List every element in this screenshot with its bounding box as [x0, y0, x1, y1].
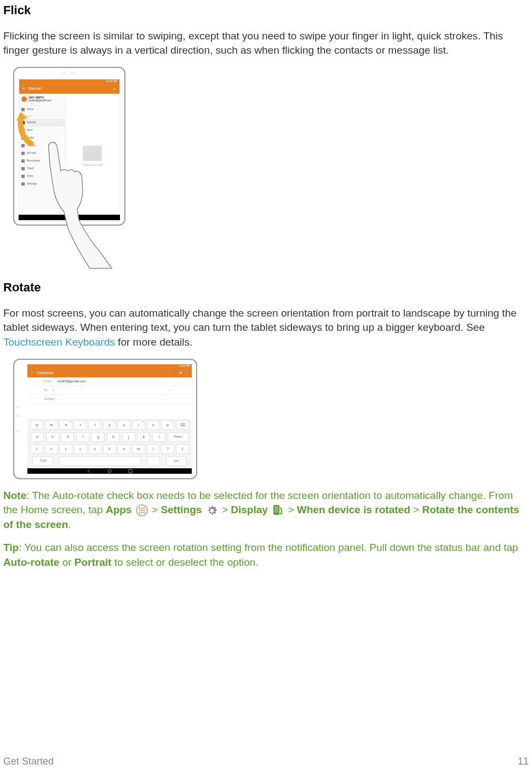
- key-row-1: 1q 2w 3e 4r 5t 6y 7u 8i 9o 0p ⌫: [27, 419, 192, 431]
- footer-page-number: 11: [518, 755, 529, 768]
- key: 6y: [103, 420, 116, 430]
- flick-heading: Flick: [3, 2, 529, 19]
- search-icon: ⌕: [113, 85, 116, 91]
- touchscreen-keyboards-link[interactable]: Touchscreen Keyboards: [3, 336, 115, 348]
- tablet-device-landscape: ○○○ 4:23 PM ← Compose 📎 ➤ ⋮ From xcs403@…: [13, 359, 197, 479]
- svg-point-10: [141, 512, 142, 514]
- key: 2w: [45, 420, 58, 430]
- tablet-camera-row: ○ ○ ○: [14, 70, 124, 76]
- key-row-3: ⇧ z x c v b n m ! ? ⇧: [27, 443, 192, 455]
- svg-point-8: [143, 510, 145, 512]
- key: z: [45, 444, 58, 454]
- key: d: [61, 432, 74, 442]
- key: 9o: [147, 420, 160, 430]
- key: !: [147, 444, 160, 454]
- status-bar: 12:46 AM: [19, 79, 119, 84]
- tip-label: Tip: [3, 542, 19, 553]
- key: g: [91, 432, 105, 442]
- key: h: [107, 432, 120, 442]
- flick-illustration: ○ ○ ○ 12:46 AM ≡ Starred ⌕ AMY SMITH dwe…: [13, 67, 125, 275]
- flick-body: Flicking the screen is similar to swipin…: [3, 29, 529, 58]
- key-row-4: ?123 . sym: [27, 455, 192, 467]
- key: 5t: [88, 420, 101, 430]
- key: s: [46, 432, 59, 442]
- rotate-body: For most screens, you can automatically …: [3, 306, 529, 350]
- key: 4r: [74, 420, 87, 430]
- back-icon: [87, 469, 91, 473]
- nav-bar: [27, 468, 192, 474]
- key: f: [76, 432, 89, 442]
- rotate-heading: Rotate: [3, 279, 529, 296]
- backspace-key: ⌫: [176, 420, 189, 430]
- key: 3e: [59, 420, 72, 430]
- home-icon: [107, 469, 112, 473]
- hand-pointing-icon: [38, 138, 115, 269]
- key: c: [74, 444, 87, 454]
- rotate-illustration: ○○○ 4:23 PM ← Compose 📎 ➤ ⋮ From xcs403@…: [13, 359, 199, 482]
- svg-point-0: [108, 469, 111, 473]
- status-time: 12:46 AM: [106, 79, 117, 83]
- key: 1q: [30, 420, 43, 430]
- shift-key: ⇧: [176, 444, 189, 454]
- svg-point-3: [139, 508, 140, 509]
- svg-point-12: [210, 509, 214, 513]
- key: k: [137, 432, 150, 442]
- keyboard: 1q 2w 3e 4r 5t 6y 7u 8i 9o 0p ⌫ a s d f: [27, 419, 192, 468]
- key: ?: [161, 444, 174, 454]
- svg-point-7: [141, 510, 142, 512]
- svg-rect-1: [129, 469, 132, 473]
- avatar: [21, 96, 27, 102]
- note-label: Note: [3, 490, 26, 501]
- key: l: [152, 432, 165, 442]
- page-footer: Get Started 11: [3, 755, 529, 768]
- key: m: [132, 444, 145, 454]
- symbols-key: ?123: [32, 456, 53, 466]
- compose-header: ← Compose 📎 ➤ ⋮: [27, 369, 192, 377]
- from-value: xcs403@gmail.com: [57, 379, 85, 383]
- svg-point-5: [143, 508, 145, 509]
- status-bar: 4:23 PM: [27, 364, 192, 369]
- status-time: 4:23 PM: [179, 364, 190, 368]
- return-key: Return: [168, 432, 188, 442]
- key: j: [122, 432, 135, 442]
- key: 7u: [117, 420, 130, 430]
- settings-icon: [206, 504, 218, 516]
- footer-section: Get Started: [3, 755, 54, 768]
- compose-title: Compose: [37, 371, 53, 375]
- svg-point-4: [141, 508, 142, 509]
- flick-arrow-icon: [14, 111, 39, 146]
- subject-field: Subject: [27, 395, 192, 404]
- from-field: From xcs403@gmail.com: [27, 377, 192, 386]
- space-key: [59, 456, 141, 466]
- svg-point-6: [139, 510, 140, 512]
- key: v: [88, 444, 101, 454]
- key: .: [147, 456, 160, 466]
- display-icon: [272, 504, 284, 516]
- to-field: To | + ˅: [27, 386, 192, 395]
- svg-rect-14: [274, 506, 278, 513]
- key: a: [31, 432, 44, 442]
- shift-key: ⇧: [30, 444, 43, 454]
- tablet-screen-landscape: 4:23 PM ← Compose 📎 ➤ ⋮ From xcs403@gmai…: [27, 364, 192, 474]
- key: x: [59, 444, 72, 454]
- app-header: ≡ Starred ⌕: [19, 84, 119, 94]
- note-paragraph: Note: The Auto-rotate check box needs to…: [3, 489, 529, 532]
- key: 0p: [161, 420, 174, 430]
- svg-point-11: [143, 512, 145, 514]
- user-email: dwells@gmail.com: [28, 99, 52, 102]
- key: n: [117, 444, 130, 454]
- apps-icon: [136, 504, 148, 516]
- sym-key: sym: [166, 456, 187, 466]
- svg-point-9: [139, 512, 140, 514]
- compose-actions: 📎 ➤ ⋮: [172, 370, 188, 376]
- tablet-camera-column: ○○○: [16, 404, 19, 434]
- header-title: Starred: [27, 86, 42, 91]
- key: 8i: [132, 420, 145, 430]
- key-row-2: a s d f g h j k l Return: [27, 431, 192, 443]
- key: b: [103, 444, 116, 454]
- recent-icon: [128, 469, 133, 473]
- tip-paragraph: Tip: You can also access the screen rota…: [3, 541, 529, 570]
- sidebar-account: AMY SMITH dwells@gmail.com: [19, 94, 65, 106]
